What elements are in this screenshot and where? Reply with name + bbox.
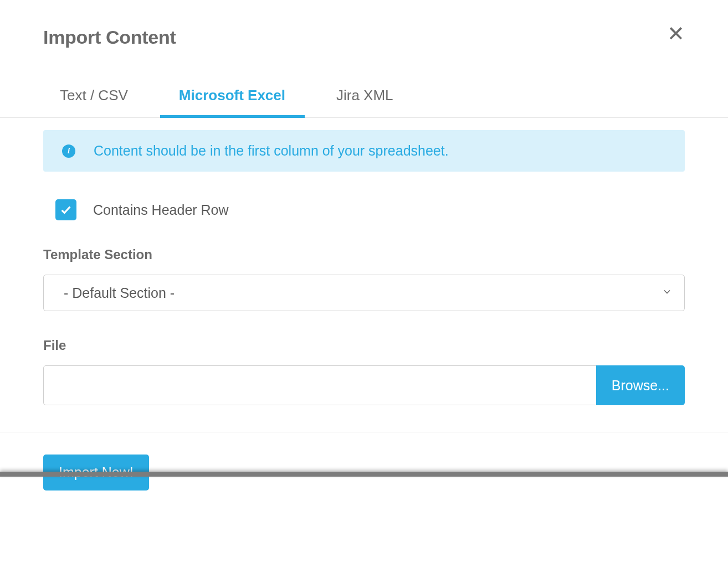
tabs: Text / CSV Microsoft Excel Jira XML (0, 59, 728, 118)
file-field-label: File (43, 338, 685, 353)
dialog-body: i Content should be in the first column … (0, 118, 728, 422)
template-section-selected-value: - Default Section - (64, 285, 175, 301)
header-row-checkbox-label: Contains Header Row (93, 202, 229, 218)
header-row-checkbox-row: Contains Header Row (43, 199, 685, 220)
file-field-row: Browse... (43, 365, 685, 405)
info-icon: i (62, 144, 75, 158)
browse-button[interactable]: Browse... (596, 365, 685, 405)
dialog-title: Import Content (43, 27, 176, 48)
info-banner-text: Content should be in the first column of… (94, 143, 449, 159)
tab-microsoft-excel[interactable]: Microsoft Excel (179, 87, 303, 117)
dialog-header: Import Content ✕ (0, 0, 728, 59)
template-section-select[interactable]: - Default Section - (43, 275, 685, 311)
template-section-select-wrap: - Default Section - (43, 275, 685, 311)
close-icon[interactable]: ✕ (667, 23, 685, 44)
template-section-label: Template Section (43, 247, 685, 262)
file-input[interactable] (43, 365, 596, 405)
tab-text-csv[interactable]: Text / CSV (60, 87, 146, 117)
header-row-checkbox[interactable] (55, 199, 76, 220)
check-icon (60, 204, 72, 216)
window-bottom-bar (0, 472, 728, 477)
import-content-dialog: Import Content ✕ Text / CSV Microsoft Ex… (0, 0, 728, 513)
info-banner: i Content should be in the first column … (43, 130, 685, 172)
tab-jira-xml[interactable]: Jira XML (336, 87, 411, 117)
